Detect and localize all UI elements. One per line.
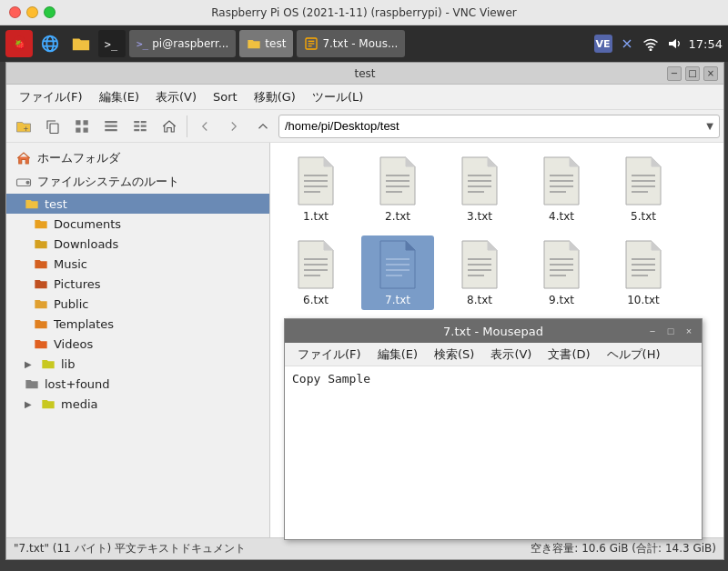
sidebar-item-downloads[interactable]: Downloads [6, 234, 269, 254]
address-bar[interactable]: ▼ [278, 115, 720, 138]
sidebar-item-documents-label: Documents [54, 217, 121, 231]
mp-close-btn[interactable]: × [682, 324, 696, 338]
file-manager-button[interactable] [67, 30, 95, 57]
file-item-7.txt[interactable]: 7.txt [361, 235, 434, 310]
bluetooth-icon[interactable] [618, 35, 636, 53]
sidebar-item-media[interactable]: ▶ media [6, 394, 269, 414]
svg-rect-14 [50, 124, 58, 134]
sidebar-item-music[interactable]: Music [6, 254, 269, 274]
sidebar-item-templates[interactable]: Templates [6, 314, 269, 334]
svg-rect-18 [84, 127, 88, 132]
mp-menu-edit[interactable]: 編集(E) [370, 345, 425, 365]
svg-point-11 [650, 49, 652, 51]
file-icon [459, 155, 500, 206]
mp-menu-help[interactable]: ヘルプ(H) [600, 345, 668, 365]
mousepad-tab[interactable]: 7.txt - Mous... [297, 30, 405, 57]
close-button[interactable] [9, 6, 21, 18]
svg-rect-23 [141, 121, 147, 123]
file-item-4.txt[interactable]: 4.txt [525, 152, 598, 226]
mp-editor[interactable] [285, 366, 702, 539]
file-item-8.txt[interactable]: 8.txt [443, 235, 516, 310]
sidebar-item-public[interactable]: Public [6, 294, 269, 314]
sidebar-item-lostfound[interactable]: lost+found [6, 374, 269, 394]
mp-maximize-btn[interactable]: □ [663, 324, 678, 338]
file-item-5.txt[interactable]: 5.txt [607, 152, 680, 226]
file-grid: 1.txt 2.txt 3.txt [279, 152, 714, 310]
copy-btn[interactable] [39, 114, 66, 139]
test-folder-tab[interactable]: test [239, 30, 293, 57]
menu-go[interactable]: 移動(G) [247, 87, 303, 107]
test-folder-label: test [265, 37, 286, 50]
home-btn[interactable] [156, 114, 183, 139]
svg-rect-19 [105, 121, 117, 123]
address-input[interactable] [285, 119, 703, 133]
forward-btn[interactable] [220, 114, 248, 139]
title-bar: Raspberry Pi OS (2021-1-11) (raspberrypi… [0, 0, 728, 25]
terminal-button[interactable]: >_ [98, 30, 126, 57]
file-item-10.txt[interactable]: 10.txt [607, 235, 680, 310]
sidebar-item-pictures-label: Pictures [54, 277, 100, 291]
file-item-3.txt[interactable]: 3.txt [443, 152, 516, 226]
file-item-6.txt[interactable]: 6.txt [279, 235, 352, 310]
svg-rect-20 [105, 125, 117, 126]
wifi-icon[interactable] [642, 35, 660, 53]
view-list-btn[interactable] [97, 114, 125, 139]
sidebar-home[interactable]: ホームフォルダ [6, 146, 269, 170]
sidebar-item-media-label: media [61, 397, 98, 411]
sidebar-item-lib[interactable]: ▶ lib [6, 354, 269, 374]
mp-menu-search[interactable]: 検索(S) [427, 345, 481, 365]
svg-point-29 [26, 181, 29, 184]
mp-menu-file[interactable]: ファイル(F) [290, 345, 369, 365]
mp-controls[interactable]: − □ × [645, 324, 696, 338]
view-compact-btn[interactable] [126, 114, 154, 139]
mp-menubar: ファイル(F) 編集(E) 検索(S) 表示(V) 文書(D) ヘルプ(H) [285, 343, 702, 366]
ve-icon[interactable]: VE [594, 35, 612, 53]
menu-edit[interactable]: 編集(E) [92, 87, 147, 107]
volume-icon[interactable] [665, 35, 683, 53]
file-item-1.txt[interactable]: 1.txt [279, 152, 352, 226]
file-label: 10.txt [627, 294, 660, 306]
minimize-button[interactable] [26, 6, 38, 18]
browser-button[interactable] [36, 30, 64, 57]
sidebar-item-test[interactable]: test [6, 194, 269, 214]
menu-view[interactable]: 表示(V) [148, 87, 204, 107]
file-item-9.txt[interactable]: 9.txt [525, 235, 598, 310]
mp-menu-doc[interactable]: 文書(D) [541, 345, 597, 365]
sidebar-item-pictures[interactable]: Pictures [6, 274, 269, 294]
file-item-2.txt[interactable]: 2.txt [361, 152, 434, 226]
menu-sort[interactable]: Sort [206, 88, 245, 105]
view-icon-btn[interactable] [68, 114, 96, 139]
fm-minimize-btn[interactable]: − [667, 66, 682, 81]
up-btn[interactable] [249, 114, 277, 139]
file-label: 6.txt [303, 294, 329, 306]
pi-logo-button[interactable]: 🍓 [5, 30, 33, 57]
fm-toolbar: + [6, 110, 723, 143]
address-dropdown-arrow[interactable]: ▼ [706, 121, 713, 131]
window-controls[interactable] [9, 6, 56, 18]
sidebar-item-documents[interactable]: Documents [6, 214, 269, 234]
mp-menu-view[interactable]: 表示(V) [483, 345, 539, 365]
new-folder-btn[interactable]: + [10, 114, 37, 139]
pi-terminal-tab[interactable]: >_ pi@raspberr... [129, 30, 236, 57]
menu-file[interactable]: ファイル(F) [12, 87, 90, 107]
drive-icon [15, 174, 32, 190]
menu-tools[interactable]: ツール(L) [305, 87, 370, 107]
back-btn[interactable] [191, 114, 218, 139]
svg-rect-16 [84, 120, 88, 125]
fm-maximize-btn[interactable]: □ [685, 66, 700, 81]
file-label: 8.txt [467, 294, 492, 306]
taskbar-right: VE 17:54 [594, 35, 723, 53]
fm-window-controls[interactable]: − □ × [667, 66, 718, 81]
file-icon [377, 239, 419, 290]
mp-minimize-btn[interactable]: − [645, 324, 660, 338]
file-icon [622, 239, 664, 290]
file-icon [622, 155, 664, 206]
sidebar-item-videos[interactable]: Videos [6, 334, 269, 354]
maximize-button[interactable] [44, 6, 56, 18]
toolbar-separator [187, 115, 187, 137]
sidebar-fs-root[interactable]: ファイルシステムのルート [6, 170, 269, 194]
svg-rect-21 [105, 129, 117, 131]
svg-text:+: + [23, 125, 28, 133]
fm-close-btn[interactable]: × [703, 66, 718, 81]
mousepad-tab-label: 7.txt - Mous... [322, 37, 398, 50]
